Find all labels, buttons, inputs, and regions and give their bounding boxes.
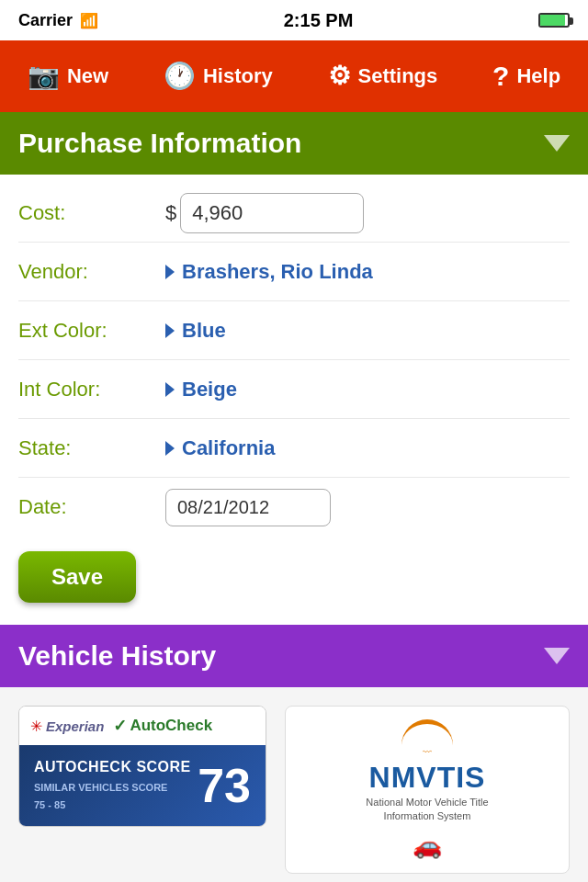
int-color-arrow-icon <box>165 382 175 397</box>
state-arrow-icon <box>165 441 175 456</box>
date-row: Date: <box>18 478 570 537</box>
nav-history[interactable]: 🕐 History <box>156 54 280 98</box>
purchase-chevron-icon <box>544 135 570 152</box>
vendor-label: Vendor: <box>18 260 165 284</box>
ext-color-label: Ext Color: <box>18 319 165 343</box>
vehicle-history-chevron-icon <box>544 648 570 664</box>
state-label: State: <box>18 436 165 460</box>
cost-label: Cost: <box>18 201 165 225</box>
status-time: 2:15 PM <box>284 10 354 31</box>
experian-star-icon: ✳ <box>30 718 42 735</box>
autocheck-top: ✳ Experian ✓ AutoCheck <box>19 707 266 745</box>
int-color-value[interactable]: Beige <box>165 378 237 401</box>
autocheck-score-info: AutoCheck Score SIMILAR VEHICLES SCORE 7… <box>34 758 191 813</box>
state-row[interactable]: State: California <box>18 419 570 478</box>
vehicle-history-section-header[interactable]: Vehicle History <box>0 625 588 687</box>
nav-bar: 📷 New 🕐 History ⚙ Settings ? Help <box>0 40 588 112</box>
save-button[interactable]: Save <box>18 551 136 603</box>
gear-icon: ⚙ <box>328 63 351 89</box>
experian-logo: ✳ Experian <box>30 718 104 735</box>
nmvtis-logo-area: 〰 <box>366 719 488 757</box>
purchase-section-title: Purchase Information <box>18 128 301 159</box>
status-battery <box>538 13 570 28</box>
vehicle-history-title: Vehicle History <box>18 640 216 672</box>
autocheck-logo: ✓ AutoCheck <box>113 716 212 736</box>
cost-row: Cost: $ <box>18 184 570 243</box>
cost-input-wrap: $ <box>165 193 364 233</box>
dollar-sign: $ <box>165 201 176 225</box>
experian-text: Experian <box>46 718 104 734</box>
nav-help[interactable]: ? Help <box>485 53 568 99</box>
int-color-row[interactable]: Int Color: Beige <box>18 360 570 419</box>
help-icon: ? <box>492 62 509 90</box>
wifi-icon: 📶 <box>80 12 98 29</box>
autocheck-card[interactable]: ✳ Experian ✓ AutoCheck AutoCheck Score S… <box>18 706 266 827</box>
date-label: Date: <box>18 495 165 519</box>
ext-color-row[interactable]: Ext Color: Blue <box>18 301 570 360</box>
nmvtis-card[interactable]: 〰 NMVTIS National Motor Vehicle Title In… <box>285 706 570 874</box>
vendor-arrow-icon <box>165 265 175 279</box>
autocheck-score-value: 73 <box>198 762 251 809</box>
battery-icon <box>538 13 570 28</box>
nmvtis-subtitle: National Motor Vehicle Title Information… <box>366 796 488 824</box>
check-icon: ✓ <box>113 716 127 736</box>
nav-new[interactable]: 📷 New <box>20 54 116 98</box>
nmvtis-car-icon: 🚗 <box>366 831 488 860</box>
int-color-label: Int Color: <box>18 378 165 401</box>
state-value[interactable]: California <box>165 436 275 460</box>
nav-settings-label: Settings <box>358 64 438 88</box>
autocheck-text: AutoCheck <box>130 717 212 735</box>
clock-icon: 🕐 <box>164 63 196 89</box>
autocheck-score-label: AutoCheck Score <box>34 758 191 777</box>
nav-help-label: Help <box>516 64 560 88</box>
nav-settings[interactable]: ⚙ Settings <box>321 54 446 98</box>
form-area: Cost: $ Vendor: Brashers, Rio Linda Ext … <box>0 175 588 625</box>
nmvtis-arc-label: 〰 <box>366 747 488 757</box>
ext-color-value[interactable]: Blue <box>165 319 226 343</box>
autocheck-range-label: 75 - 85 <box>34 798 191 812</box>
nav-history-label: History <box>203 64 273 88</box>
status-bar: Carrier 📶 2:15 PM <box>0 0 588 40</box>
vendor-value[interactable]: Brashers, Rio Linda <box>165 260 373 284</box>
cost-input[interactable] <box>180 193 364 233</box>
status-carrier: Carrier 📶 <box>18 11 98 30</box>
nmvtis-content: 〰 NMVTIS National Motor Vehicle Title In… <box>366 719 488 860</box>
date-input[interactable] <box>165 489 331 526</box>
nmvtis-title: NMVTIS <box>366 763 488 792</box>
carrier-label: Carrier <box>18 11 73 30</box>
vendor-row[interactable]: Vendor: Brashers, Rio Linda <box>18 243 570 301</box>
autocheck-similar-label: SIMILAR VEHICLES SCORE <box>34 781 191 795</box>
vehicle-history-body: ✳ Experian ✓ AutoCheck AutoCheck Score S… <box>0 687 588 882</box>
nmvtis-arc-icon <box>401 719 453 745</box>
nav-new-label: New <box>67 64 108 88</box>
autocheck-bottom: AutoCheck Score SIMILAR VEHICLES SCORE 7… <box>19 745 266 826</box>
camera-icon: 📷 <box>28 63 60 89</box>
purchase-section-header[interactable]: Purchase Information <box>0 112 588 175</box>
ext-color-arrow-icon <box>165 323 175 338</box>
